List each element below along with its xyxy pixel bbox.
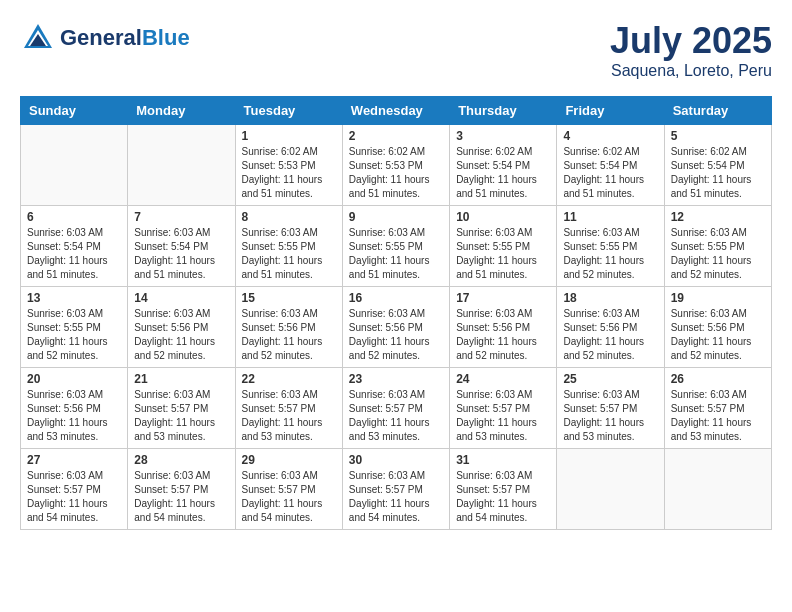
day-info: Sunrise: 6:03 AM Sunset: 5:56 PM Dayligh…: [671, 307, 765, 363]
day-cell: 18Sunrise: 6:03 AM Sunset: 5:56 PM Dayli…: [557, 287, 664, 368]
day-number: 6: [27, 210, 121, 224]
day-number: 25: [563, 372, 657, 386]
day-number: 26: [671, 372, 765, 386]
day-info: Sunrise: 6:03 AM Sunset: 5:56 PM Dayligh…: [134, 307, 228, 363]
column-header-saturday: Saturday: [664, 97, 771, 125]
day-cell: 6Sunrise: 6:03 AM Sunset: 5:54 PM Daylig…: [21, 206, 128, 287]
day-cell: 15Sunrise: 6:03 AM Sunset: 5:56 PM Dayli…: [235, 287, 342, 368]
day-cell: 3Sunrise: 6:02 AM Sunset: 5:54 PM Daylig…: [450, 125, 557, 206]
day-number: 20: [27, 372, 121, 386]
day-number: 18: [563, 291, 657, 305]
day-cell: [21, 125, 128, 206]
day-cell: 17Sunrise: 6:03 AM Sunset: 5:56 PM Dayli…: [450, 287, 557, 368]
day-number: 7: [134, 210, 228, 224]
day-info: Sunrise: 6:03 AM Sunset: 5:56 PM Dayligh…: [563, 307, 657, 363]
week-row-4: 20Sunrise: 6:03 AM Sunset: 5:56 PM Dayli…: [21, 368, 772, 449]
day-info: Sunrise: 6:02 AM Sunset: 5:54 PM Dayligh…: [563, 145, 657, 201]
day-info: Sunrise: 6:02 AM Sunset: 5:53 PM Dayligh…: [349, 145, 443, 201]
day-cell: 19Sunrise: 6:03 AM Sunset: 5:56 PM Dayli…: [664, 287, 771, 368]
title-block: July 2025 Saquena, Loreto, Peru: [610, 20, 772, 80]
day-number: 29: [242, 453, 336, 467]
day-info: Sunrise: 6:03 AM Sunset: 5:57 PM Dayligh…: [242, 469, 336, 525]
day-info: Sunrise: 6:03 AM Sunset: 5:57 PM Dayligh…: [242, 388, 336, 444]
day-info: Sunrise: 6:03 AM Sunset: 5:54 PM Dayligh…: [134, 226, 228, 282]
day-number: 16: [349, 291, 443, 305]
day-info: Sunrise: 6:03 AM Sunset: 5:57 PM Dayligh…: [456, 469, 550, 525]
day-number: 22: [242, 372, 336, 386]
day-number: 30: [349, 453, 443, 467]
day-cell: 5Sunrise: 6:02 AM Sunset: 5:54 PM Daylig…: [664, 125, 771, 206]
column-header-tuesday: Tuesday: [235, 97, 342, 125]
week-row-1: 1Sunrise: 6:02 AM Sunset: 5:53 PM Daylig…: [21, 125, 772, 206]
day-cell: 12Sunrise: 6:03 AM Sunset: 5:55 PM Dayli…: [664, 206, 771, 287]
day-info: Sunrise: 6:02 AM Sunset: 5:53 PM Dayligh…: [242, 145, 336, 201]
day-info: Sunrise: 6:03 AM Sunset: 5:57 PM Dayligh…: [456, 388, 550, 444]
week-row-2: 6Sunrise: 6:03 AM Sunset: 5:54 PM Daylig…: [21, 206, 772, 287]
logo-blue: Blue: [142, 25, 190, 50]
day-cell: 9Sunrise: 6:03 AM Sunset: 5:55 PM Daylig…: [342, 206, 449, 287]
logo: GeneralBlue: [20, 20, 190, 56]
month-title: July 2025: [610, 20, 772, 62]
day-number: 15: [242, 291, 336, 305]
day-number: 21: [134, 372, 228, 386]
day-cell: 29Sunrise: 6:03 AM Sunset: 5:57 PM Dayli…: [235, 449, 342, 530]
day-info: Sunrise: 6:03 AM Sunset: 5:57 PM Dayligh…: [134, 388, 228, 444]
page-header: GeneralBlue July 2025 Saquena, Loreto, P…: [20, 20, 772, 80]
day-cell: 11Sunrise: 6:03 AM Sunset: 5:55 PM Dayli…: [557, 206, 664, 287]
day-cell: 21Sunrise: 6:03 AM Sunset: 5:57 PM Dayli…: [128, 368, 235, 449]
day-number: 8: [242, 210, 336, 224]
calendar-header-row: SundayMondayTuesdayWednesdayThursdayFrid…: [21, 97, 772, 125]
day-info: Sunrise: 6:02 AM Sunset: 5:54 PM Dayligh…: [671, 145, 765, 201]
logo-icon: [20, 20, 56, 56]
day-info: Sunrise: 6:03 AM Sunset: 5:57 PM Dayligh…: [563, 388, 657, 444]
day-info: Sunrise: 6:02 AM Sunset: 5:54 PM Dayligh…: [456, 145, 550, 201]
day-number: 23: [349, 372, 443, 386]
day-cell: 30Sunrise: 6:03 AM Sunset: 5:57 PM Dayli…: [342, 449, 449, 530]
location-title: Saquena, Loreto, Peru: [610, 62, 772, 80]
day-number: 28: [134, 453, 228, 467]
day-info: Sunrise: 6:03 AM Sunset: 5:56 PM Dayligh…: [27, 388, 121, 444]
day-info: Sunrise: 6:03 AM Sunset: 5:54 PM Dayligh…: [27, 226, 121, 282]
week-row-3: 13Sunrise: 6:03 AM Sunset: 5:55 PM Dayli…: [21, 287, 772, 368]
day-info: Sunrise: 6:03 AM Sunset: 5:56 PM Dayligh…: [242, 307, 336, 363]
day-info: Sunrise: 6:03 AM Sunset: 5:55 PM Dayligh…: [242, 226, 336, 282]
day-number: 19: [671, 291, 765, 305]
day-cell: 4Sunrise: 6:02 AM Sunset: 5:54 PM Daylig…: [557, 125, 664, 206]
day-cell: 31Sunrise: 6:03 AM Sunset: 5:57 PM Dayli…: [450, 449, 557, 530]
day-info: Sunrise: 6:03 AM Sunset: 5:55 PM Dayligh…: [27, 307, 121, 363]
day-cell: 1Sunrise: 6:02 AM Sunset: 5:53 PM Daylig…: [235, 125, 342, 206]
day-info: Sunrise: 6:03 AM Sunset: 5:56 PM Dayligh…: [349, 307, 443, 363]
day-cell: 26Sunrise: 6:03 AM Sunset: 5:57 PM Dayli…: [664, 368, 771, 449]
day-cell: [664, 449, 771, 530]
day-number: 24: [456, 372, 550, 386]
day-cell: 25Sunrise: 6:03 AM Sunset: 5:57 PM Dayli…: [557, 368, 664, 449]
day-number: 5: [671, 129, 765, 143]
day-cell: 7Sunrise: 6:03 AM Sunset: 5:54 PM Daylig…: [128, 206, 235, 287]
day-number: 14: [134, 291, 228, 305]
day-info: Sunrise: 6:03 AM Sunset: 5:55 PM Dayligh…: [563, 226, 657, 282]
day-number: 2: [349, 129, 443, 143]
day-number: 13: [27, 291, 121, 305]
day-cell: 22Sunrise: 6:03 AM Sunset: 5:57 PM Dayli…: [235, 368, 342, 449]
day-cell: 24Sunrise: 6:03 AM Sunset: 5:57 PM Dayli…: [450, 368, 557, 449]
day-info: Sunrise: 6:03 AM Sunset: 5:55 PM Dayligh…: [456, 226, 550, 282]
column-header-wednesday: Wednesday: [342, 97, 449, 125]
day-cell: 20Sunrise: 6:03 AM Sunset: 5:56 PM Dayli…: [21, 368, 128, 449]
day-info: Sunrise: 6:03 AM Sunset: 5:57 PM Dayligh…: [134, 469, 228, 525]
column-header-friday: Friday: [557, 97, 664, 125]
day-cell: 2Sunrise: 6:02 AM Sunset: 5:53 PM Daylig…: [342, 125, 449, 206]
day-info: Sunrise: 6:03 AM Sunset: 5:57 PM Dayligh…: [27, 469, 121, 525]
day-number: 1: [242, 129, 336, 143]
day-cell: [557, 449, 664, 530]
day-cell: 13Sunrise: 6:03 AM Sunset: 5:55 PM Dayli…: [21, 287, 128, 368]
day-cell: 27Sunrise: 6:03 AM Sunset: 5:57 PM Dayli…: [21, 449, 128, 530]
day-cell: 8Sunrise: 6:03 AM Sunset: 5:55 PM Daylig…: [235, 206, 342, 287]
day-cell: 23Sunrise: 6:03 AM Sunset: 5:57 PM Dayli…: [342, 368, 449, 449]
column-header-monday: Monday: [128, 97, 235, 125]
day-info: Sunrise: 6:03 AM Sunset: 5:55 PM Dayligh…: [671, 226, 765, 282]
day-cell: 14Sunrise: 6:03 AM Sunset: 5:56 PM Dayli…: [128, 287, 235, 368]
day-info: Sunrise: 6:03 AM Sunset: 5:56 PM Dayligh…: [456, 307, 550, 363]
day-cell: [128, 125, 235, 206]
column-header-sunday: Sunday: [21, 97, 128, 125]
day-cell: 10Sunrise: 6:03 AM Sunset: 5:55 PM Dayli…: [450, 206, 557, 287]
